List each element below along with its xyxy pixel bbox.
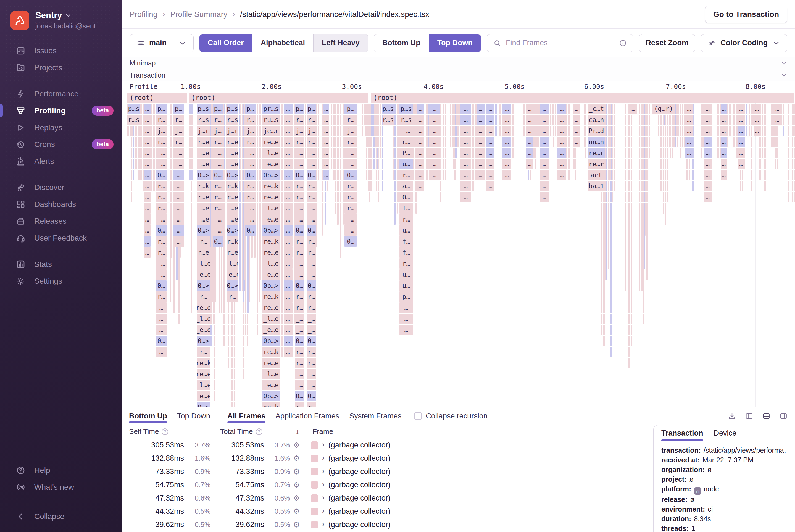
flame-frame-cell[interactable]: _…	[173, 148, 184, 158]
tab-application-frames[interactable]: Application Frames	[276, 407, 339, 425]
flame-frame-cell[interactable]: r…	[213, 192, 223, 203]
table-row-frame[interactable]: ›(garbage collector)	[305, 438, 653, 452]
flame-frame-cell[interactable]: …	[173, 170, 184, 180]
flame-frame-cell[interactable]: _…	[245, 148, 255, 158]
flame-frame-cell[interactable]: _…	[213, 225, 223, 235]
flame-frame-cell[interactable]: _…	[173, 159, 184, 169]
flame-frame-cell[interactable]: …	[429, 115, 441, 125]
flame-frame-cell[interactable]: …	[429, 126, 441, 136]
flame-frame-cell[interactable]: r…	[307, 115, 316, 125]
flame-frame-cell[interactable]: …	[429, 103, 441, 114]
flame-frame-cell[interactable]: …	[738, 103, 745, 114]
flame-frame-cell[interactable]: 0b…>	[262, 225, 280, 235]
flame-frame-cell[interactable]: r…	[156, 115, 167, 125]
flame-frame-cell[interactable]: 0…>	[197, 170, 210, 180]
breadcrumb-profiling[interactable]: Profiling	[130, 10, 157, 19]
flame-frame-cell[interactable]: _e…e	[262, 269, 280, 280]
flame-frame-cell[interactable]: …	[417, 103, 423, 114]
flame-frame-cell[interactable]: _…	[307, 203, 316, 213]
flame-frame-cell[interactable]: …	[144, 225, 151, 235]
checkbox[interactable]	[414, 412, 422, 420]
flame-frame-cell[interactable]: …	[704, 170, 711, 180]
flame-frame-cell[interactable]: _c…t	[588, 103, 605, 114]
flame-frame-cell[interactable]: …	[738, 126, 745, 136]
flame-frame-cell[interactable]: _…	[399, 126, 413, 136]
segment-alphabetical[interactable]: Alphabetical	[252, 34, 314, 52]
flame-frame-cell[interactable]: 0b…>	[262, 336, 280, 346]
flame-frame-cell[interactable]: r…	[156, 181, 167, 191]
flame-frame-cell[interactable]: p…	[344, 103, 357, 114]
flame-frame-cell[interactable]: …	[557, 159, 566, 169]
flame-frame-cell[interactable]: r…s	[197, 115, 210, 125]
flame-frame-cell[interactable]	[189, 103, 193, 114]
flame-frame-cell[interactable]: …	[144, 236, 151, 247]
flame-frame-cell[interactable]: r…	[399, 214, 413, 225]
flame-frame-cell[interactable]: …	[144, 203, 151, 213]
flame-frame-cell[interactable]: _e…e	[197, 391, 210, 401]
flame-frame-cell[interactable]: …	[156, 347, 167, 357]
flame-frame-cell[interactable]: r…	[197, 347, 210, 357]
flame-frame-cell[interactable]: …	[144, 247, 151, 258]
flame-frame-cell[interactable]: …	[487, 115, 494, 125]
flame-frame-cell[interactable]: r…e	[197, 247, 210, 258]
flame-frame-cell[interactable]: …	[284, 137, 292, 147]
flame-frame-cell[interactable]: …	[144, 214, 151, 225]
segment-call-order[interactable]: Call Order	[200, 34, 252, 52]
flame-frame-cell[interactable]: …	[173, 214, 184, 225]
flame-frame-cell[interactable]: r…	[307, 247, 316, 258]
flame-frame-cell[interactable]: _…	[156, 148, 167, 158]
sidebar-item-stats[interactable]: Stats	[0, 256, 122, 273]
flame-root-segment[interactable]: (root)	[127, 93, 187, 103]
flame-frame-cell[interactable]: r…	[156, 192, 167, 203]
flame-frame-cell[interactable]: j…	[213, 126, 223, 136]
tab-all-frames[interactable]: All Frames	[227, 407, 265, 425]
table-row-frame[interactable]: ›(garbage collector)	[305, 491, 653, 505]
flame-frame-cell[interactable]: _…	[213, 159, 223, 169]
sidebar-item-settings[interactable]: Settings	[0, 273, 122, 289]
find-frames-search[interactable]: Find Frames	[487, 34, 633, 52]
flame-frame-cell[interactable]: _l…e	[197, 314, 210, 324]
flame-frame-cell[interactable]: _…	[307, 258, 316, 269]
flame-frame-cell[interactable]: …	[487, 126, 494, 136]
flame-frame-cell[interactable]: un…n	[588, 137, 605, 147]
flame-frame-cell[interactable]: f…	[399, 203, 413, 213]
flame-frame-cell[interactable]: …	[284, 258, 292, 269]
flame-frame-cell[interactable]: …	[721, 170, 727, 180]
sidebar-item-issues[interactable]: Issues	[0, 42, 122, 59]
expand-chevron-icon[interactable]: ›	[322, 493, 325, 502]
reset-zoom-button[interactable]: Reset Zoom	[639, 34, 696, 52]
flame-frame-cell[interactable]: (g…r)	[651, 103, 675, 114]
flame-frame-cell[interactable]: r…	[295, 358, 304, 368]
flame-frame-cell[interactable]: _e…e	[262, 214, 280, 225]
flame-frame-cell[interactable]: _…	[307, 314, 316, 324]
flame-frame-cell[interactable]: j…r	[197, 126, 210, 136]
flame-frame-cell[interactable]: …	[323, 126, 329, 136]
flame-frame-cell[interactable]: …	[476, 103, 485, 114]
tab-bottom-up[interactable]: Bottom Up	[129, 407, 167, 425]
flame-frame-cell[interactable]: …	[526, 103, 533, 114]
flame-frame-cell[interactable]: …	[540, 192, 549, 203]
flame-frame-cell[interactable]: r…e	[227, 192, 239, 203]
flame-frame-cell[interactable]: r…	[307, 137, 316, 147]
flame-frame-cell[interactable]: …	[487, 170, 494, 180]
flame-frame-cell[interactable]: …	[429, 148, 441, 158]
flame-frame-cell[interactable]: …	[429, 159, 441, 169]
flame-frame-cell[interactable]: …	[685, 148, 693, 158]
flame-frame-cell[interactable]: …	[173, 203, 184, 213]
flame-frame-cell[interactable]: r…	[307, 302, 316, 313]
sidebar-item-alerts[interactable]: Alerts	[0, 153, 122, 170]
flame-frame-cell[interactable]: r…	[295, 291, 304, 302]
sidebar-item-releases[interactable]: Releases	[0, 213, 122, 230]
flame-frame-cell[interactable]: …	[704, 159, 711, 169]
flame-frame-cell[interactable]: …	[429, 137, 441, 147]
flame-frame-cell[interactable]: r…	[213, 203, 223, 213]
flame-frame-cell[interactable]: 0…	[213, 170, 223, 180]
flame-frame-cell[interactable]: _…e	[227, 159, 239, 169]
flame-frame-cell[interactable]: u…	[399, 225, 413, 235]
flame-frame-cell[interactable]: _…	[245, 214, 255, 225]
flame-frame-cell[interactable]: …	[476, 137, 485, 147]
sidebar-item-performance[interactable]: Performance	[0, 86, 122, 102]
flame-frame-cell[interactable]: 0…	[307, 225, 316, 235]
flame-frame-cell[interactable]: _…	[307, 214, 316, 225]
flame-frame-cell[interactable]: …	[323, 148, 329, 158]
